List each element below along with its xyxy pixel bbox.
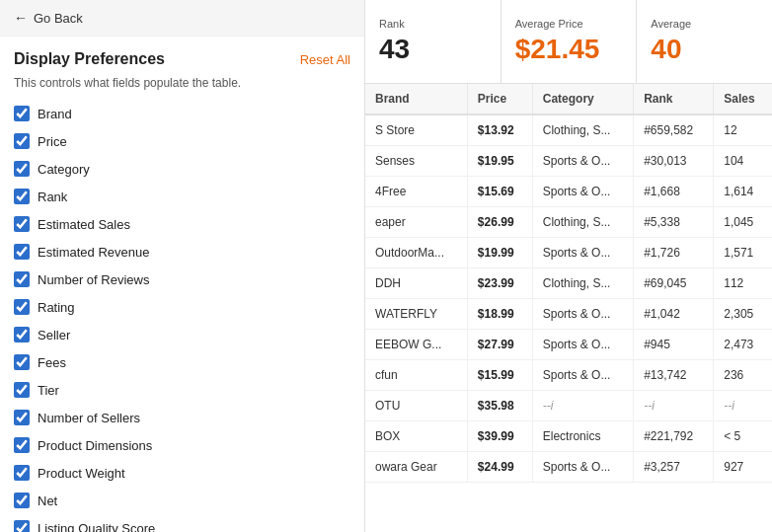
cell-brand-6: WATERFLY [365,299,467,330]
checkbox-label-tier: Tier [38,383,59,398]
cell-category-3: Clothing, S... [532,207,633,238]
cell-price-4: $19.99 [467,238,532,268]
checkbox-item-listing_quality_score[interactable]: Listing Quality Score [14,514,350,532]
table-row[interactable]: OTU$35.98--i--i--i [365,391,772,421]
cell-sales-9: --i [714,391,772,421]
cell-rank-3: #5,338 [634,207,714,238]
stats-header: Rank43Average Price$21.45Average40 [365,0,772,84]
cell-price-11: $24.99 [467,452,532,483]
checkbox-estimated_revenue[interactable] [14,244,30,260]
checkbox-listing_quality_score[interactable] [14,520,30,532]
cell-category-8: Sports & O... [532,360,633,391]
right-panel: Rank43Average Price$21.45Average40 Brand… [365,0,772,532]
cell-brand-2: 4Free [365,177,467,207]
back-button[interactable]: ← Go Back [0,0,364,37]
checkbox-seller[interactable] [14,327,30,342]
checkbox-tier[interactable] [14,382,30,398]
checkbox-estimated_sales[interactable] [14,216,30,232]
checkbox-price[interactable] [14,133,30,149]
cell-category-4: Sports & O... [532,238,633,268]
checkbox-item-net[interactable]: Net [14,487,350,514]
checkbox-brand[interactable] [14,106,30,121]
panel-description: This controls what fields populate the t… [0,72,364,100]
table-row[interactable]: Senses$19.95Sports & O...#30,013104 [365,146,772,177]
cell-price-6: $18.99 [467,299,532,330]
cell-sales-1: 104 [714,146,772,177]
checkbox-net[interactable] [14,493,30,508]
table-row[interactable]: WATERFLY$18.99Sports & O...#1,0422,305 [365,299,772,330]
cell-brand-4: OutdoorMa... [365,238,467,268]
checkbox-item-estimated_sales[interactable]: Estimated Sales [14,210,350,238]
checkbox-category[interactable] [14,161,30,177]
checkbox-rating[interactable] [14,299,30,315]
checkbox-label-price: Price [38,134,67,149]
table-row[interactable]: BOX$39.99Electronics#221,792< 5 [365,421,772,452]
checkbox-number_of_sellers[interactable] [14,410,30,425]
cell-category-0: Clothing, S... [532,114,633,146]
table-header-4: Sales [714,84,772,114]
table-row[interactable]: 4Free$15.69Sports & O...#1,6681,614 [365,177,772,207]
checkbox-item-estimated_revenue[interactable]: Estimated Revenue [14,238,350,266]
checkbox-item-product_dimensions[interactable]: Product Dimensions [14,431,350,459]
table-container[interactable]: BrandPriceCategoryRankSales S Store$13.9… [365,84,772,532]
checkbox-item-number_of_reviews[interactable]: Number of Reviews [14,266,350,293]
cell-brand-7: EEBOW G... [365,330,467,360]
table-row[interactable]: owara Gear$24.99Sports & O...#3,257927 [365,452,772,483]
cell-rank-4: #1,726 [634,238,714,268]
checkbox-label-product_weight: Product Weight [38,466,125,481]
cell-sales-8: 236 [714,360,772,391]
cell-category-7: Sports & O... [532,330,633,360]
cell-price-8: $15.99 [467,360,532,391]
checkbox-label-rating: Rating [38,300,75,315]
cell-sales-2: 1,614 [714,177,772,207]
reset-all-button[interactable]: Reset All [300,52,350,67]
table-row[interactable]: cfun$15.99Sports & O...#13,742236 [365,360,772,391]
stat-label-1: Average Price [515,18,623,30]
cell-sales-11: 927 [714,452,772,483]
main-table: BrandPriceCategoryRankSales S Store$13.9… [365,84,772,483]
checkbox-fees[interactable] [14,354,30,370]
cell-brand-9: OTU [365,391,467,421]
checkbox-label-seller: Seller [38,328,70,342]
table-row[interactable]: DDH$23.99Clothing, S...#69,045112 [365,268,772,299]
checkbox-item-category[interactable]: Category [14,155,350,183]
table-header-0: Brand [365,84,467,114]
cell-price-3: $26.99 [467,207,532,238]
checkbox-item-rank[interactable]: Rank [14,183,350,210]
cell-brand-10: BOX [365,421,467,452]
cell-rank-8: #13,742 [634,360,714,391]
table-row[interactable]: OutdoorMa...$19.99Sports & O...#1,7261,5… [365,238,772,268]
table-row[interactable]: EEBOW G...$27.99Sports & O...#9452,473 [365,330,772,360]
cell-rank-2: #1,668 [634,177,714,207]
checkbox-label-rank: Rank [38,190,67,204]
checkbox-item-rating[interactable]: Rating [14,293,350,321]
cell-sales-10: < 5 [714,421,772,452]
checkbox-product_dimensions[interactable] [14,437,30,453]
checkbox-item-seller[interactable]: Seller [14,321,350,348]
cell-price-10: $39.99 [467,421,532,452]
checkbox-list: BrandPriceCategoryRankEstimated SalesEst… [0,100,364,532]
checkbox-item-number_of_sellers[interactable]: Number of Sellers [14,404,350,431]
checkbox-rank[interactable] [14,189,30,204]
cell-rank-7: #945 [634,330,714,360]
table-row[interactable]: eaper$26.99Clothing, S...#5,3381,045 [365,207,772,238]
checkbox-item-fees[interactable]: Fees [14,348,350,376]
checkbox-product_weight[interactable] [14,465,30,481]
cell-sales-7: 2,473 [714,330,772,360]
cell-brand-5: DDH [365,268,467,299]
cell-rank-1: #30,013 [634,146,714,177]
cell-rank-6: #1,042 [634,299,714,330]
checkbox-item-product_weight[interactable]: Product Weight [14,459,350,487]
panel-title: Display Preferences [14,50,165,68]
cell-rank-9: --i [634,391,714,421]
cell-brand-8: cfun [365,360,467,391]
checkbox-item-brand[interactable]: Brand [14,100,350,127]
checkbox-label-brand: Brand [38,107,72,121]
checkbox-number_of_reviews[interactable] [14,271,30,287]
cell-sales-0: 12 [714,114,772,146]
checkbox-item-tier[interactable]: Tier [14,376,350,404]
cell-category-5: Clothing, S... [532,268,633,299]
table-row[interactable]: S Store$13.92Clothing, S...#659,58212 [365,114,772,146]
checkbox-item-price[interactable]: Price [14,127,350,155]
stat-block-1: Average Price$21.45 [502,0,638,83]
